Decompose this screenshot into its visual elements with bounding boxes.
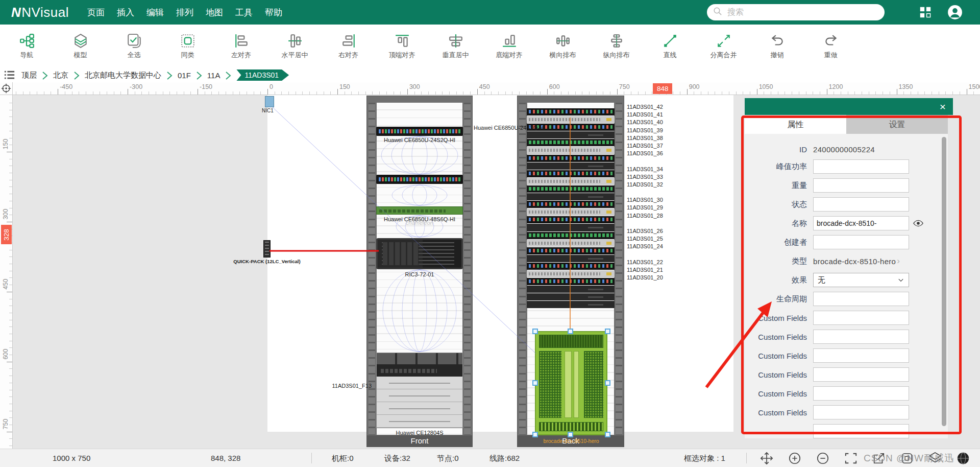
rack-device-row[interactable] (527, 216, 615, 223)
menu-item-2[interactable]: 编辑 (146, 7, 164, 18)
toolbar-h-dist[interactable]: 横向排布 (536, 25, 590, 68)
selection-handle[interactable] (532, 432, 538, 437)
menu-item-4[interactable]: 地图 (206, 7, 223, 18)
rack-device-row[interactable] (527, 178, 615, 185)
device-ric[interactable] (376, 238, 463, 269)
toolbar-redo[interactable]: 重做 (804, 25, 857, 68)
selection-handle[interactable] (532, 329, 538, 334)
nic-node[interactable] (265, 96, 274, 107)
zoom-out-icon[interactable] (816, 452, 829, 465)
chevron-right-icon[interactable]: › (897, 256, 900, 266)
device-chassis[interactable] (376, 353, 463, 428)
field-input[interactable] (813, 386, 909, 401)
rack-device-row[interactable] (527, 155, 615, 162)
panel-scrollbar[interactable] (942, 137, 946, 426)
toolbar-undo[interactable]: 撤销 (750, 25, 804, 68)
menu-item-5[interactable]: 工具 (235, 7, 253, 18)
rack-device-row[interactable] (527, 116, 615, 123)
rack-device-row[interactable] (527, 278, 615, 285)
sitemap-icon[interactable] (4, 70, 15, 80)
selected-device-brocade[interactable] (535, 331, 607, 435)
rack-device-row[interactable] (527, 224, 615, 231)
device-patch-panel-2[interactable] (376, 175, 463, 184)
rack-device-row[interactable] (527, 263, 615, 270)
apps-grid-icon[interactable] (919, 6, 932, 19)
breadcrumb-current[interactable]: 11AD3S01 (236, 69, 289, 81)
field-input[interactable] (813, 367, 909, 382)
breadcrumb-item-3[interactable]: 01F (178, 71, 191, 80)
breadcrumb-item-0[interactable]: 顶层 (21, 71, 37, 80)
rack-device-row[interactable] (527, 301, 615, 308)
toolbar-select-all[interactable]: 全选 (107, 25, 161, 68)
toolbar-split-merge[interactable]: 分离合并 (697, 25, 750, 68)
rack-device-row[interactable] (527, 247, 615, 254)
external-icon[interactable] (872, 452, 886, 465)
zoom-in-icon[interactable] (788, 452, 801, 465)
field-input[interactable] (813, 330, 909, 344)
toolbar-v-center[interactable]: 垂直居中 (429, 25, 482, 68)
quick-pack-node[interactable] (263, 240, 271, 258)
field-input[interactable] (813, 348, 909, 363)
field-input[interactable] (813, 405, 909, 419)
selection-handle[interactable] (605, 380, 610, 386)
selection-handle[interactable] (532, 380, 538, 386)
selection-handle[interactable] (568, 329, 573, 334)
close-icon[interactable]: × (940, 101, 946, 112)
toolbar-same-type[interactable]: 同类 (161, 25, 214, 68)
rack-device-row[interactable] (527, 108, 615, 115)
field-input[interactable] (813, 292, 909, 306)
fit-icon[interactable] (844, 452, 857, 465)
menu-item-1[interactable]: 插入 (117, 7, 134, 18)
rack-device-row[interactable] (527, 139, 615, 146)
globe-icon[interactable] (957, 452, 970, 465)
field-input[interactable] (813, 311, 909, 325)
toolbar-align-top[interactable]: 顶端对齐 (375, 25, 429, 68)
tab-properties[interactable]: 属性 (745, 115, 846, 134)
search-input[interactable] (726, 7, 878, 17)
eye-icon[interactable] (913, 220, 923, 227)
rack-device-row[interactable] (527, 193, 615, 200)
field-input[interactable] (813, 424, 909, 438)
device-green-switch[interactable] (376, 206, 463, 215)
toolbar-nav[interactable]: 导航 (0, 25, 54, 68)
selection-handle[interactable] (605, 432, 610, 437)
search-box[interactable] (707, 4, 885, 20)
field-input[interactable] (813, 197, 909, 212)
selection-handle[interactable] (568, 432, 573, 437)
menu-item-6[interactable]: 帮助 (265, 7, 282, 18)
field-input[interactable] (813, 216, 909, 230)
breadcrumb-item-2[interactable]: 北京邮电大学数据中心 (85, 71, 161, 80)
pan-icon[interactable] (760, 452, 773, 465)
field-input[interactable] (813, 235, 909, 249)
breadcrumb-item-1[interactable]: 北京 (53, 71, 68, 80)
toolbar-v-dist[interactable]: 纵向排布 (590, 25, 643, 68)
menu-item-0[interactable]: 页面 (87, 7, 105, 18)
rack-device-row[interactable] (527, 255, 615, 262)
breadcrumb-item-4[interactable]: 11A (207, 71, 220, 80)
toolbar-model[interactable]: 模型 (54, 25, 107, 68)
rack-device-row[interactable] (527, 201, 615, 208)
selection-handle[interactable] (605, 329, 610, 334)
toolbar-align-right[interactable]: 右对齐 (322, 25, 375, 68)
field-input[interactable] (813, 178, 909, 193)
rack-device-row[interactable] (527, 286, 615, 293)
rack-device-row[interactable] (527, 208, 615, 216)
rack-device-row[interactable] (527, 170, 615, 177)
avatar[interactable] (947, 5, 963, 20)
rack-device-row[interactable] (527, 185, 615, 193)
device-patch-panel-1[interactable] (376, 127, 463, 136)
toolbar-align-bottom[interactable]: 底端对齐 (482, 25, 536, 68)
rack-device-row[interactable] (527, 293, 615, 300)
toolbar-h-center[interactable]: 水平居中 (268, 25, 322, 68)
rack-device-row[interactable] (527, 147, 615, 154)
toolbar-align-left[interactable]: 左对齐 (214, 25, 268, 68)
layers-icon[interactable] (928, 452, 942, 465)
field-input[interactable] (813, 159, 909, 174)
rack-device-row[interactable] (527, 232, 615, 239)
frame-icon[interactable] (900, 452, 914, 465)
rack-device-row[interactable] (527, 270, 615, 277)
menu-item-3[interactable]: 排列 (176, 7, 193, 18)
rack-device-row[interactable] (527, 162, 615, 170)
toolbar-line[interactable]: 直线 (643, 25, 697, 68)
tab-settings[interactable]: 设置 (846, 115, 948, 134)
